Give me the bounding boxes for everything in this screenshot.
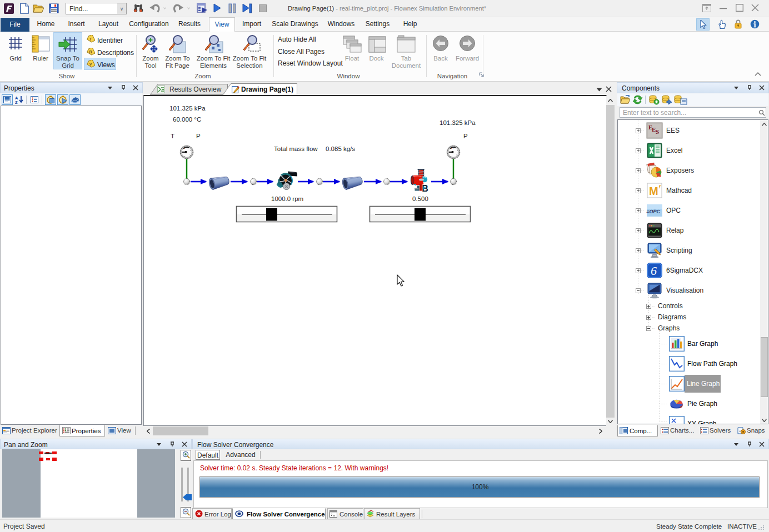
svg-text:T: T [89,37,92,41]
svg-text:B: B [89,50,92,54]
svg-text:S: S [656,128,659,135]
svg-text:6: 6 [651,264,657,278]
svg-text:M: M [649,185,658,197]
svg-text:≡OPC: ≡OPC [646,209,661,214]
svg-text:V: V [89,62,92,66]
svg-text:Z: Z [15,100,18,104]
